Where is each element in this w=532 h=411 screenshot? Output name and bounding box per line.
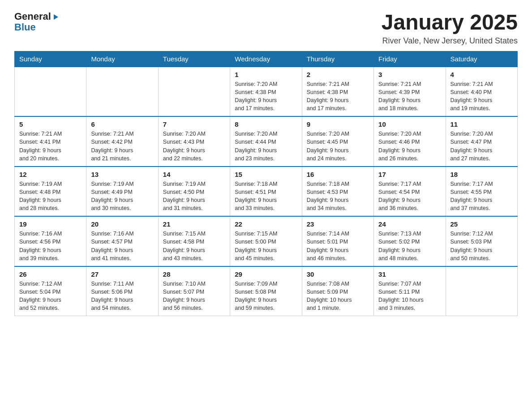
calendar-cell: 25Sunrise: 7:12 AM Sunset: 5:03 PM Dayli… <box>446 216 517 266</box>
day-info: Sunrise: 7:17 AM Sunset: 4:54 PM Dayligh… <box>378 180 441 213</box>
weekday-header-saturday: Saturday <box>446 51 517 67</box>
day-number: 24 <box>378 220 441 228</box>
calendar-week-1: 1Sunrise: 7:20 AM Sunset: 4:38 PM Daylig… <box>15 67 518 117</box>
calendar-cell <box>158 67 230 117</box>
day-info: Sunrise: 7:11 AM Sunset: 5:06 PM Dayligh… <box>91 280 153 313</box>
day-info: Sunrise: 7:17 AM Sunset: 4:55 PM Dayligh… <box>450 180 513 213</box>
calendar-table: SundayMondayTuesdayWednesdayThursdayFrid… <box>14 51 518 317</box>
day-info: Sunrise: 7:08 AM Sunset: 5:09 PM Dayligh… <box>307 280 369 313</box>
weekday-header-wednesday: Wednesday <box>230 51 302 67</box>
day-number: 2 <box>307 71 369 78</box>
day-info: Sunrise: 7:18 AM Sunset: 4:51 PM Dayligh… <box>235 180 297 213</box>
day-number: 4 <box>450 71 513 78</box>
calendar-cell: 9Sunrise: 7:20 AM Sunset: 4:45 PM Daylig… <box>302 116 373 167</box>
calendar-cell: 22Sunrise: 7:15 AM Sunset: 5:00 PM Dayli… <box>230 216 302 266</box>
calendar-week-3: 12Sunrise: 7:19 AM Sunset: 4:48 PM Dayli… <box>15 167 518 217</box>
day-number: 27 <box>91 270 153 278</box>
calendar-cell: 5Sunrise: 7:21 AM Sunset: 4:41 PM Daylig… <box>15 116 86 167</box>
day-info: Sunrise: 7:20 AM Sunset: 4:44 PM Dayligh… <box>235 130 297 163</box>
day-info: Sunrise: 7:20 AM Sunset: 4:45 PM Dayligh… <box>307 130 369 163</box>
day-number: 11 <box>450 120 513 128</box>
weekday-header-row: SundayMondayTuesdayWednesdayThursdayFrid… <box>15 51 518 67</box>
calendar-cell: 18Sunrise: 7:17 AM Sunset: 4:55 PM Dayli… <box>446 167 517 217</box>
calendar-cell <box>15 67 86 117</box>
day-info: Sunrise: 7:12 AM Sunset: 5:04 PM Dayligh… <box>19 280 82 313</box>
page-title: January 2025 <box>382 11 518 34</box>
calendar-cell: 21Sunrise: 7:15 AM Sunset: 4:58 PM Dayli… <box>158 216 230 266</box>
calendar-cell: 14Sunrise: 7:19 AM Sunset: 4:50 PM Dayli… <box>158 167 230 217</box>
calendar-cell: 23Sunrise: 7:14 AM Sunset: 5:01 PM Dayli… <box>302 216 373 266</box>
day-number: 9 <box>307 120 369 128</box>
day-info: Sunrise: 7:09 AM Sunset: 5:08 PM Dayligh… <box>235 280 297 313</box>
day-number: 19 <box>19 220 82 228</box>
calendar-cell: 4Sunrise: 7:21 AM Sunset: 4:40 PM Daylig… <box>446 67 517 117</box>
day-info: Sunrise: 7:10 AM Sunset: 5:07 PM Dayligh… <box>163 280 225 313</box>
day-info: Sunrise: 7:14 AM Sunset: 5:01 PM Dayligh… <box>307 230 369 262</box>
calendar-cell: 7Sunrise: 7:20 AM Sunset: 4:43 PM Daylig… <box>158 116 230 167</box>
day-info: Sunrise: 7:21 AM Sunset: 4:40 PM Dayligh… <box>450 80 513 113</box>
day-number: 5 <box>19 120 82 128</box>
calendar-cell: 3Sunrise: 7:21 AM Sunset: 4:39 PM Daylig… <box>374 67 446 117</box>
calendar-cell: 16Sunrise: 7:18 AM Sunset: 4:53 PM Dayli… <box>302 167 373 217</box>
calendar-cell: 28Sunrise: 7:10 AM Sunset: 5:07 PM Dayli… <box>158 266 230 316</box>
calendar-cell <box>446 266 517 316</box>
day-info: Sunrise: 7:16 AM Sunset: 4:57 PM Dayligh… <box>91 230 153 262</box>
day-info: Sunrise: 7:19 AM Sunset: 4:50 PM Dayligh… <box>163 180 225 213</box>
day-number: 17 <box>378 171 441 178</box>
day-info: Sunrise: 7:16 AM Sunset: 4:56 PM Dayligh… <box>19 230 82 262</box>
calendar-cell: 27Sunrise: 7:11 AM Sunset: 5:06 PM Dayli… <box>86 266 158 316</box>
calendar-cell: 17Sunrise: 7:17 AM Sunset: 4:54 PM Dayli… <box>374 167 446 217</box>
calendar-cell: 15Sunrise: 7:18 AM Sunset: 4:51 PM Dayli… <box>230 167 302 217</box>
calendar-week-2: 5Sunrise: 7:21 AM Sunset: 4:41 PM Daylig… <box>15 116 518 167</box>
day-number: 31 <box>378 270 441 278</box>
subtitle: River Vale, New Jersey, United States <box>382 36 518 46</box>
weekday-header-tuesday: Tuesday <box>158 51 230 67</box>
day-info: Sunrise: 7:20 AM Sunset: 4:43 PM Dayligh… <box>163 130 225 163</box>
weekday-header-thursday: Thursday <box>302 51 373 67</box>
logo-general-text: General <box>14 11 51 22</box>
calendar-cell: 10Sunrise: 7:20 AM Sunset: 4:46 PM Dayli… <box>374 116 446 167</box>
day-info: Sunrise: 7:20 AM Sunset: 4:38 PM Dayligh… <box>235 80 297 113</box>
day-number: 10 <box>378 120 441 128</box>
day-number: 7 <box>163 120 225 128</box>
calendar-cell: 31Sunrise: 7:07 AM Sunset: 5:11 PM Dayli… <box>374 266 446 316</box>
day-info: Sunrise: 7:15 AM Sunset: 5:00 PM Dayligh… <box>235 230 297 262</box>
logo-arrow-icon <box>52 13 60 21</box>
logo: General Blue <box>14 11 60 32</box>
day-info: Sunrise: 7:21 AM Sunset: 4:38 PM Dayligh… <box>307 80 369 113</box>
day-info: Sunrise: 7:19 AM Sunset: 4:49 PM Dayligh… <box>91 180 153 213</box>
page-header: General Blue January 2025 River Vale, Ne… <box>14 11 518 46</box>
calendar-cell: 13Sunrise: 7:19 AM Sunset: 4:49 PM Dayli… <box>86 167 158 217</box>
calendar-week-5: 26Sunrise: 7:12 AM Sunset: 5:04 PM Dayli… <box>15 266 518 316</box>
day-info: Sunrise: 7:21 AM Sunset: 4:39 PM Dayligh… <box>378 80 441 113</box>
calendar-cell: 20Sunrise: 7:16 AM Sunset: 4:57 PM Dayli… <box>86 216 158 266</box>
calendar-week-4: 19Sunrise: 7:16 AM Sunset: 4:56 PM Dayli… <box>15 216 518 266</box>
day-info: Sunrise: 7:19 AM Sunset: 4:48 PM Dayligh… <box>19 180 82 213</box>
day-number: 16 <box>307 171 369 178</box>
day-number: 1 <box>235 71 297 78</box>
day-number: 8 <box>235 120 297 128</box>
day-info: Sunrise: 7:07 AM Sunset: 5:11 PM Dayligh… <box>378 280 441 313</box>
day-number: 30 <box>307 270 369 278</box>
day-number: 25 <box>450 220 513 228</box>
calendar-cell: 11Sunrise: 7:20 AM Sunset: 4:47 PM Dayli… <box>446 116 517 167</box>
title-block: January 2025 River Vale, New Jersey, Uni… <box>382 11 518 46</box>
day-number: 22 <box>235 220 297 228</box>
day-number: 26 <box>19 270 82 278</box>
weekday-header-monday: Monday <box>86 51 158 67</box>
calendar-cell: 6Sunrise: 7:21 AM Sunset: 4:42 PM Daylig… <box>86 116 158 167</box>
calendar-cell: 24Sunrise: 7:13 AM Sunset: 5:02 PM Dayli… <box>374 216 446 266</box>
calendar-cell <box>86 67 158 117</box>
calendar-cell: 1Sunrise: 7:20 AM Sunset: 4:38 PM Daylig… <box>230 67 302 117</box>
day-number: 18 <box>450 171 513 178</box>
day-info: Sunrise: 7:20 AM Sunset: 4:46 PM Dayligh… <box>378 130 441 163</box>
day-info: Sunrise: 7:21 AM Sunset: 4:41 PM Dayligh… <box>19 130 82 163</box>
day-number: 28 <box>163 270 225 278</box>
day-number: 6 <box>91 120 153 128</box>
calendar-cell: 8Sunrise: 7:20 AM Sunset: 4:44 PM Daylig… <box>230 116 302 167</box>
day-info: Sunrise: 7:18 AM Sunset: 4:53 PM Dayligh… <box>307 180 369 213</box>
day-info: Sunrise: 7:21 AM Sunset: 4:42 PM Dayligh… <box>91 130 153 163</box>
day-number: 21 <box>163 220 225 228</box>
calendar-cell: 19Sunrise: 7:16 AM Sunset: 4:56 PM Dayli… <box>15 216 86 266</box>
calendar-cell: 2Sunrise: 7:21 AM Sunset: 4:38 PM Daylig… <box>302 67 373 117</box>
